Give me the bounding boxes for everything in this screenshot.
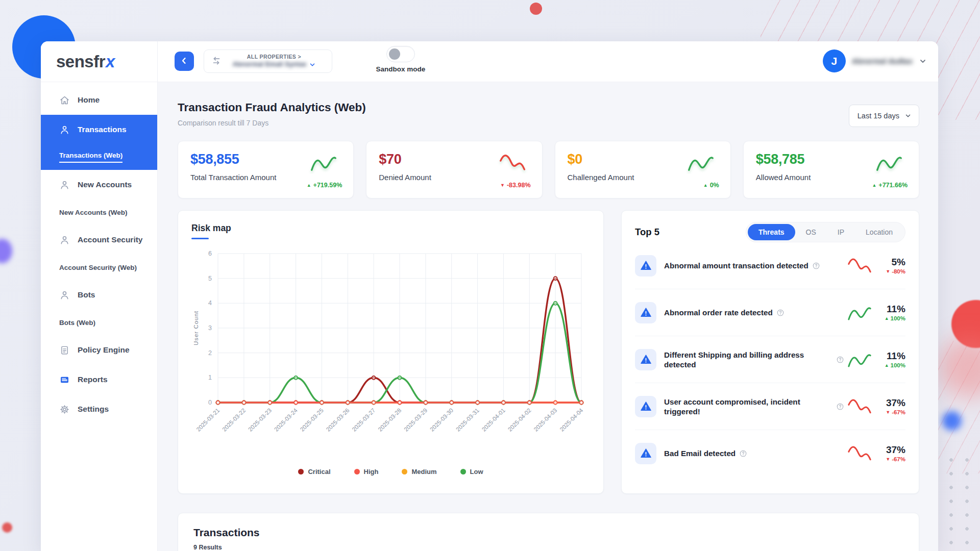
user-icon [59, 180, 70, 190]
sidebar-item-account-security[interactable]: Account Security [41, 225, 157, 255]
content: Transaction Fraud Analytics (Web) Compar… [158, 82, 938, 551]
threat-percentage: 11% [880, 304, 905, 315]
trend-up-icon: ▲ [872, 183, 876, 188]
sidebar-item-bots-web[interactable]: Bots (Web) [41, 310, 157, 335]
sparkline [844, 256, 875, 276]
threat-change: ▼-67% [880, 409, 905, 415]
trend-up-icon: ▲ [885, 363, 889, 368]
svg-text:5: 5 [208, 275, 212, 282]
back-button[interactable] [175, 52, 194, 71]
legend-dot [460, 469, 466, 474]
legend-item-high[interactable]: High [354, 468, 379, 475]
svg-text:2025-03-25: 2025-03-25 [299, 407, 325, 433]
sidebar-item-new-accounts-web[interactable]: New Accounts (Web) [41, 199, 157, 225]
top5-panel: Top 5 ThreatsOSIPLocation Abnormal amoun… [621, 210, 919, 494]
tab-os[interactable]: OS [795, 224, 827, 240]
trend-down-icon: ▼ [886, 457, 890, 462]
sidebar-item-account-security-web[interactable]: Account Security (Web) [41, 255, 157, 280]
threat-percentage: 37% [880, 444, 905, 456]
date-range-select[interactable]: Last 15 days [849, 105, 919, 127]
svg-text:2025-03-21: 2025-03-21 [195, 407, 220, 433]
help-icon[interactable] [739, 449, 747, 458]
sidebar-item-settings[interactable]: Settings [41, 394, 157, 424]
red-dot-decoration [530, 3, 542, 15]
trend-up-icon: ▲ [885, 316, 889, 321]
brand-logo: sensfrx [41, 41, 157, 82]
stat-value: $58,785 [756, 152, 811, 167]
stat-change: ▼-83.98% [500, 182, 530, 189]
svg-text:User Count: User Count [193, 311, 199, 345]
policy-icon [59, 345, 70, 356]
tab-ip[interactable]: IP [827, 224, 855, 240]
sidebar-item-home[interactable]: Home [41, 85, 157, 115]
top5-title: Top 5 [635, 227, 659, 238]
sidebar-item-transactions[interactable]: Transactions [41, 115, 157, 144]
user-icon [59, 124, 70, 135]
help-icon[interactable] [812, 262, 820, 270]
threat-label: Bad Email detected [664, 448, 747, 458]
risk-map-chart: 0123456User Count2025-03-212025-03-22202… [191, 246, 590, 467]
legend-item-critical[interactable]: Critical [298, 468, 330, 475]
transactions-results-count: 9 Results [193, 544, 903, 551]
sparkline [871, 152, 908, 174]
svg-text:2025-03-22: 2025-03-22 [221, 407, 247, 433]
brand-accent: x [106, 52, 115, 71]
user-name: Abnormal dudtax [852, 57, 913, 65]
sidebar-item-bots[interactable]: Bots [41, 280, 157, 310]
sparkline [844, 303, 875, 323]
sidebar-item-policy-engine[interactable]: Policy Engine [41, 335, 157, 365]
stat-label: Total Transaction Amount [190, 173, 276, 182]
purple-dot-decoration [0, 239, 12, 263]
date-range-label: Last 15 days [857, 112, 899, 120]
threat-change: ▼-80% [880, 268, 905, 274]
svg-text:0: 0 [208, 399, 212, 406]
svg-text:4: 4 [208, 299, 212, 307]
trend-down-icon: ▼ [886, 269, 890, 274]
threat-percentage: 37% [880, 397, 905, 409]
svg-text:2025-03-26: 2025-03-26 [325, 407, 351, 433]
threat-label: User account compromised, incident trigg… [664, 397, 844, 416]
stat-cards-row: $58,855 Total Transaction Amount ▲+719.5… [178, 141, 919, 198]
svg-text:2025-03-31: 2025-03-31 [455, 407, 480, 433]
user-icon [59, 290, 70, 300]
svg-text:2025-04-04: 2025-04-04 [558, 407, 584, 433]
svg-text:2025-04-03: 2025-04-03 [532, 407, 558, 433]
sparkline [494, 152, 531, 174]
stat-change: ▲+719.59% [307, 182, 342, 189]
chevron-down-icon [919, 57, 927, 65]
svg-text:2025-03-29: 2025-03-29 [403, 407, 428, 433]
transactions-panel: Transactions 9 Results [178, 513, 919, 551]
help-icon[interactable] [836, 403, 844, 411]
warning-triangle-icon [635, 396, 656, 417]
stat-value: $58,855 [190, 152, 276, 167]
swap-arrows-icon [210, 55, 223, 67]
chevron-left-icon [179, 56, 189, 67]
tab-location[interactable]: Location [855, 224, 903, 240]
legend-item-medium[interactable]: Medium [402, 468, 436, 475]
help-icon[interactable] [836, 356, 844, 364]
property-selector[interactable]: ALL PROPERTIES > Abnormal Email Syntax [204, 49, 332, 73]
threat-row: Bad Email detected 37% ▼-67% [635, 430, 905, 477]
sidebar-item-new-accounts[interactable]: New Accounts [41, 170, 157, 199]
sidebar-item-reports[interactable]: Reports [41, 365, 157, 394]
user-icon [59, 235, 70, 245]
trend-up-icon: ▲ [703, 183, 708, 188]
help-icon[interactable] [776, 309, 785, 317]
red-dot-decoration [2, 522, 12, 533]
app-window: sensfrx HomeTransactionsTransactions (We… [41, 41, 938, 551]
brand-text: sensfr [56, 52, 105, 71]
sidebar-item-transactions-web[interactable]: Transactions (Web) [41, 144, 157, 170]
avatar: J [823, 49, 846, 72]
tab-threats[interactable]: Threats [748, 224, 795, 240]
stat-card: $58,855 Total Transaction Amount ▲+719.5… [178, 141, 354, 198]
warning-triangle-icon [635, 302, 656, 323]
svg-text:2025-04-01: 2025-04-01 [481, 407, 506, 433]
page-title: Transaction Fraud Analytics (Web) [178, 101, 366, 114]
user-menu[interactable]: J Abnormal dudtax [823, 49, 927, 72]
top5-tabs: ThreatsOSIPLocation [746, 222, 905, 242]
threat-row: Different Shipping and billing address d… [635, 336, 905, 383]
sidebar: sensfrx HomeTransactionsTransactions (We… [41, 41, 158, 551]
sparkline [844, 443, 875, 464]
legend-item-low[interactable]: Low [460, 468, 483, 475]
sandbox-toggle[interactable] [386, 46, 415, 62]
